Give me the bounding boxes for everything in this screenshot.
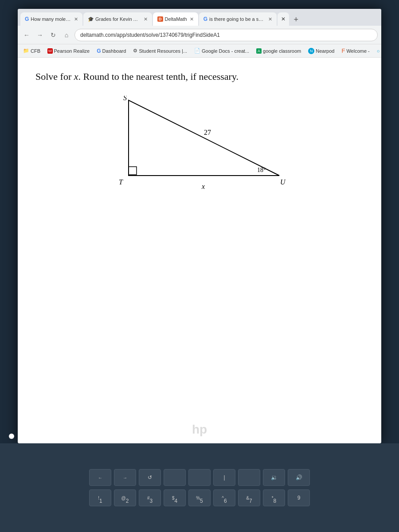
bookmark-label: CFB [31,48,40,54]
tab-label: How many moles of strontium [31,16,71,22]
tab-grades[interactable]: 🎓 Grades for Kevin Anzora CHEM ✕ [83,12,152,26]
bookmark-label: Nearpod [316,48,334,54]
meeting-icon: ○ [377,48,380,54]
key-9[interactable]: 9 [288,489,310,506]
tab-bar: G How many moles of strontium ✕ 🎓 Grades… [18,9,381,26]
key-blank1[interactable] [164,469,186,486]
bookmark-welcome[interactable]: F Welcome - [340,47,371,55]
tab-deltamath[interactable]: D DeltaMath ✕ [153,12,198,26]
docs-icon: 📄 [194,48,200,54]
google-icon: G [97,48,101,54]
key-left-arrow[interactable]: ← [89,469,111,486]
pearson-icon: M [47,48,53,54]
nearpod-icon: N [308,48,314,54]
address-input[interactable] [74,29,378,41]
tab-close-btn[interactable]: ✕ [74,16,78,22]
google-tab-icon: G [25,16,29,22]
bookmark-label: google classroom [263,48,301,54]
key-dollar[interactable]: $4 [164,489,186,506]
tab-label: is there going to be a season 3 [209,16,266,22]
vertex-u-label: U [280,178,286,186]
vertex-s-label: S [123,96,127,102]
home-button[interactable]: ⌂ [61,30,72,40]
grades-tab-icon: 🎓 [88,16,94,22]
tab-google-moles[interactable]: G How many moles of strontium ✕ [20,12,82,26]
vertex-t-label: T [119,178,123,186]
keyboard-row-numbers: !1 @2 #3 $4 %5 ^6 &7 *8 9 [89,489,310,506]
key-pipe[interactable]: | [213,469,235,486]
key-percent[interactable]: %5 [188,489,211,506]
key-vol-up[interactable]: 🔊 [288,469,310,486]
deltamath-tab-icon: D [157,16,163,22]
angle-label: 18° [257,167,266,173]
triangle-svg: S T U 27 x 18° [106,96,293,193]
keyboard-area: ← → ↺ | 🔉 🔊 !1 @2 #3 $4 %5 ^6 &7 *8 9 [0,443,399,532]
side-x-label: x [201,183,205,190]
address-bar-row: ← → ↻ ⌂ [18,26,381,44]
bookmark-nearpod[interactable]: N Nearpod [306,47,336,55]
key-vol-down[interactable]: 🔉 [263,469,285,486]
bookmarks-bar: 📁 CFB M Pearson Realize G Dashboard ⚙ St… [18,44,381,58]
problem-instruction: Solve for x. Round to the nearest tenth,… [35,71,364,82]
new-tab-button[interactable]: + [290,13,302,26]
key-refresh[interactable]: ↺ [139,469,161,486]
bookmark-classroom[interactable]: A google classroom [254,47,303,55]
key-excl[interactable]: !1 [89,489,111,506]
tab-close-window[interactable]: ✕ [278,12,289,26]
key-hash[interactable]: #3 [139,489,161,506]
resources-icon: ⚙ [133,48,137,54]
keyboard-row-symbols: ← → ↺ | 🔉 🔊 [89,469,310,486]
bookmark-label: Welcome - [346,48,369,54]
bookmark-dashboard[interactable]: G Dashboard [95,47,128,55]
screen: G How many moles of strontium ✕ 🎓 Grades… [18,9,381,443]
hp-logo: hp [192,422,207,437]
key-right-arrow[interactable]: → [114,469,136,486]
bookmark-google-docs[interactable]: 📄 Google Docs - creat... [192,47,251,55]
tab-google-season[interactable]: G is there going to be a season 3 ✕ [199,12,277,26]
classroom-icon: A [256,48,262,54]
tab-close-btn[interactable]: ✕ [190,16,194,22]
svg-marker-0 [129,100,279,176]
bookmark-pearson[interactable]: M Pearson Realize [46,47,91,55]
forward-button[interactable]: → [35,30,45,40]
bookmark-label: Dashboard [102,48,126,54]
key-at[interactable]: @2 [114,489,136,506]
main-content: Solve for x. Round to the nearest tenth,… [18,58,381,443]
bookmark-label: Student Resources |... [139,48,187,54]
key-caret[interactable]: ^6 [213,489,235,506]
tab-close-btn[interactable]: ✕ [268,16,272,22]
bookmark-label: Pearson Realize [54,48,90,54]
bookmark-cfb[interactable]: 📁 CFB [21,47,42,55]
tab-label: Grades for Kevin Anzora CHEM [95,16,141,22]
bookmark-meeting[interactable]: ○ Meeting is in prog [375,47,381,55]
refresh-button[interactable]: ↻ [48,30,59,40]
welcome-icon: F [341,47,345,54]
power-indicator [9,434,14,439]
folder-icon: 📁 [23,48,29,54]
key-blank2[interactable] [188,469,211,486]
key-amp[interactable]: &7 [238,489,260,506]
tab-close-btn[interactable]: ✕ [144,16,148,22]
bookmark-student-resources[interactable]: ⚙ Student Resources |... [131,47,189,55]
bookmark-label: Meeting is in prog [381,48,381,54]
bookmark-label: Google Docs - creat... [202,48,249,54]
key-star[interactable]: *8 [263,489,285,506]
browser-chrome: G How many moles of strontium ✕ 🎓 Grades… [18,9,381,58]
key-blank3[interactable] [238,469,260,486]
laptop-body: G How many moles of strontium ✕ 🎓 Grades… [0,0,399,532]
triangle-diagram: S T U 27 x 18° [106,96,293,193]
google-tab-icon2: G [203,16,207,22]
side-27-label: 27 [204,129,211,136]
back-button[interactable]: ← [21,30,32,40]
tab-label: DeltaMath [165,16,187,22]
